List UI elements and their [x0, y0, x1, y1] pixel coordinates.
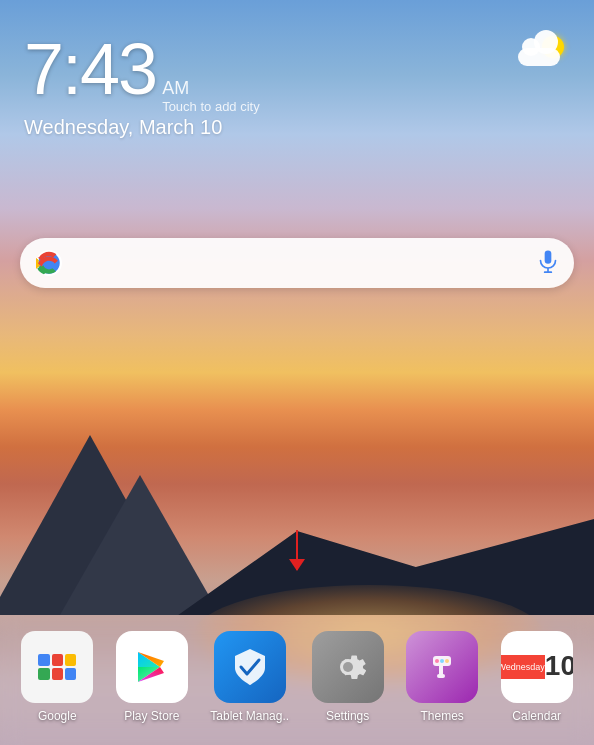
themes-app-icon	[406, 631, 478, 703]
calendar-app-icon: Wednesday 10	[501, 631, 573, 703]
mountains	[0, 395, 594, 615]
google-dot-blue2	[65, 668, 76, 680]
playstore-app-label: Play Store	[124, 709, 179, 723]
svg-rect-6	[437, 674, 445, 678]
microphone-icon[interactable]	[538, 249, 558, 277]
tablet-manager-app-icon	[214, 631, 286, 703]
google-app-icon	[21, 631, 93, 703]
svg-point-8	[440, 659, 444, 663]
settings-app-label: Settings	[326, 709, 369, 723]
google-grid	[38, 654, 76, 680]
google-dot-green	[38, 668, 49, 680]
google-g-logo	[36, 250, 62, 276]
app-item-calendar[interactable]: Wednesday 10 Calendar	[501, 631, 573, 723]
playstore-app-icon	[116, 631, 188, 703]
gear-svg	[324, 643, 372, 691]
playstore-svg	[130, 645, 174, 689]
calendar-app-label: Calendar	[512, 709, 561, 723]
clock-time-display: 7:43 AM Touch to add city	[24, 28, 260, 114]
arrow-indicator	[296, 530, 298, 570]
svg-point-7	[435, 659, 439, 663]
google-dot-red	[52, 654, 63, 666]
calendar-header: Wednesday	[501, 655, 545, 679]
clock-area: 7:43 AM Touch to add city Wednesday, Mar…	[24, 28, 260, 139]
app-item-tablet-manager[interactable]: Tablet Manag..	[210, 631, 289, 723]
app-item-google[interactable]: Google	[21, 631, 93, 723]
clock-digits: 7:43	[24, 28, 156, 110]
tablet-manager-svg	[227, 644, 273, 690]
weather-widget[interactable]	[514, 36, 570, 80]
calendar-weekday-label: Wednesday	[501, 662, 545, 672]
arrow-down-shape	[296, 530, 298, 570]
google-search-bar[interactable]	[20, 238, 574, 288]
tablet-manager-app-label: Tablet Manag..	[210, 709, 289, 723]
svg-point-3	[343, 662, 353, 672]
app-item-settings[interactable]: Settings	[312, 631, 384, 723]
clock-city-label[interactable]: Touch to add city	[162, 99, 260, 114]
google-dot-blue	[38, 654, 49, 666]
app-item-playstore[interactable]: Play Store	[116, 631, 188, 723]
cloud-body	[518, 48, 560, 66]
settings-app-icon	[312, 631, 384, 703]
cloud-shape	[514, 36, 564, 66]
google-dot-yellow	[65, 654, 76, 666]
svg-point-9	[445, 659, 449, 663]
app-dock: Google	[0, 615, 594, 745]
google-app-label: Google	[38, 709, 77, 723]
svg-rect-0	[545, 251, 552, 264]
google-dot-red2	[52, 668, 63, 680]
clock-ampm: AM	[162, 78, 260, 99]
calendar-day-number: 10	[545, 652, 573, 680]
svg-rect-5	[439, 666, 443, 674]
themes-svg	[419, 644, 465, 690]
clock-ampm-city: AM Touch to add city	[162, 78, 260, 114]
clock-date: Wednesday, March 10	[24, 116, 260, 139]
app-item-themes[interactable]: Themes	[406, 631, 478, 723]
themes-app-label: Themes	[420, 709, 463, 723]
